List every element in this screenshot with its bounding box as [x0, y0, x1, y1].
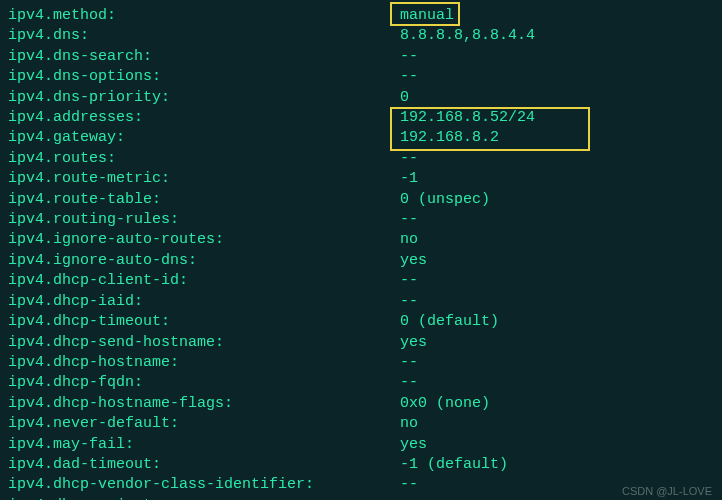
config-row: ipv4.dhcp-hostname:--	[8, 353, 714, 373]
config-key: ipv4.route-table:	[8, 190, 400, 210]
config-value: no	[400, 230, 418, 250]
config-value: 0	[400, 88, 409, 108]
config-row: ipv4.dns-options:--	[8, 67, 714, 87]
config-value: --	[400, 47, 418, 67]
config-value: 0 (default)	[400, 312, 499, 332]
config-row: ipv4.ignore-auto-dns:yes	[8, 251, 714, 271]
config-value: yes	[400, 435, 427, 455]
config-key: ipv4.ignore-auto-dns:	[8, 251, 400, 271]
config-key: ipv4.dhcp-iaid:	[8, 292, 400, 312]
config-key: ipv4.dns-options:	[8, 67, 400, 87]
config-key: ipv4.routes:	[8, 149, 400, 169]
config-row: ipv4.method:manual	[8, 6, 714, 26]
config-value: --	[400, 271, 418, 291]
config-key: ipv4.dad-timeout:	[8, 455, 400, 475]
config-value: --	[400, 496, 418, 500]
config-key: ipv4.dns-priority:	[8, 88, 400, 108]
config-row: ipv4.dhcp-send-hostname:yes	[8, 333, 714, 353]
config-row: ipv4.addresses:192.168.8.52/24	[8, 108, 714, 128]
terminal-output: ipv4.method:manualipv4.dns:8.8.8.8,8.8.4…	[8, 6, 714, 500]
config-value: -1 (default)	[400, 455, 508, 475]
config-row: ipv4.route-metric:-1	[8, 169, 714, 189]
config-row: ipv4.never-default:no	[8, 414, 714, 434]
config-key: ipv4.routing-rules:	[8, 210, 400, 230]
config-value: --	[400, 149, 418, 169]
config-row: ipv4.gateway:192.168.8.2	[8, 128, 714, 148]
config-key: ipv4.dhcp-timeout:	[8, 312, 400, 332]
config-row: ipv4.dhcp-timeout:0 (default)	[8, 312, 714, 332]
config-row: ipv4.dhcp-iaid:--	[8, 292, 714, 312]
config-key: ipv4.method:	[8, 6, 400, 26]
config-row: ipv4.routes:--	[8, 149, 714, 169]
watermark: CSDN @JL-LOVE	[622, 485, 712, 497]
config-key: ipv4.dhcp-reject-servers:	[8, 496, 400, 500]
config-key: ipv4.ignore-auto-routes:	[8, 230, 400, 250]
config-value: 192.168.8.52/24	[400, 108, 535, 128]
config-row: ipv4.dhcp-reject-servers:--	[8, 496, 714, 500]
config-key: ipv4.dhcp-hostname-flags:	[8, 394, 400, 414]
config-key: ipv4.dhcp-client-id:	[8, 271, 400, 291]
config-value: --	[400, 373, 418, 393]
config-key: ipv4.dns-search:	[8, 47, 400, 67]
config-key: ipv4.dhcp-hostname:	[8, 353, 400, 373]
config-key: ipv4.dns:	[8, 26, 400, 46]
config-row: ipv4.dhcp-hostname-flags:0x0 (none)	[8, 394, 714, 414]
config-row: ipv4.dad-timeout:-1 (default)	[8, 455, 714, 475]
config-value: --	[400, 292, 418, 312]
config-key: ipv4.route-metric:	[8, 169, 400, 189]
config-value: 8.8.8.8,8.8.4.4	[400, 26, 535, 46]
config-row: ipv4.dns:8.8.8.8,8.8.4.4	[8, 26, 714, 46]
config-row: ipv4.route-table:0 (unspec)	[8, 190, 714, 210]
config-row: ipv4.dns-search:--	[8, 47, 714, 67]
config-row: ipv4.dhcp-fqdn:--	[8, 373, 714, 393]
config-row: ipv4.dhcp-vendor-class-identifier:--	[8, 475, 714, 495]
config-value: yes	[400, 333, 427, 353]
config-row: ipv4.ignore-auto-routes:no	[8, 230, 714, 250]
config-value: 192.168.8.2	[400, 128, 499, 148]
config-row: ipv4.dhcp-client-id:--	[8, 271, 714, 291]
config-key: ipv4.dhcp-send-hostname:	[8, 333, 400, 353]
config-key: ipv4.dhcp-vendor-class-identifier:	[8, 475, 400, 495]
config-value: 0 (unspec)	[400, 190, 490, 210]
config-value: --	[400, 210, 418, 230]
config-value: yes	[400, 251, 427, 271]
config-key: ipv4.dhcp-fqdn:	[8, 373, 400, 393]
config-value: 0x0 (none)	[400, 394, 490, 414]
config-value: --	[400, 353, 418, 373]
config-row: ipv4.dns-priority:0	[8, 88, 714, 108]
config-key: ipv4.addresses:	[8, 108, 400, 128]
config-value: no	[400, 414, 418, 434]
config-value: --	[400, 475, 418, 495]
config-key: ipv4.never-default:	[8, 414, 400, 434]
config-value: manual	[400, 6, 454, 26]
config-row: ipv4.may-fail:yes	[8, 435, 714, 455]
config-row: ipv4.routing-rules:--	[8, 210, 714, 230]
config-key: ipv4.may-fail:	[8, 435, 400, 455]
config-value: --	[400, 67, 418, 87]
config-key: ipv4.gateway:	[8, 128, 400, 148]
config-value: -1	[400, 169, 418, 189]
